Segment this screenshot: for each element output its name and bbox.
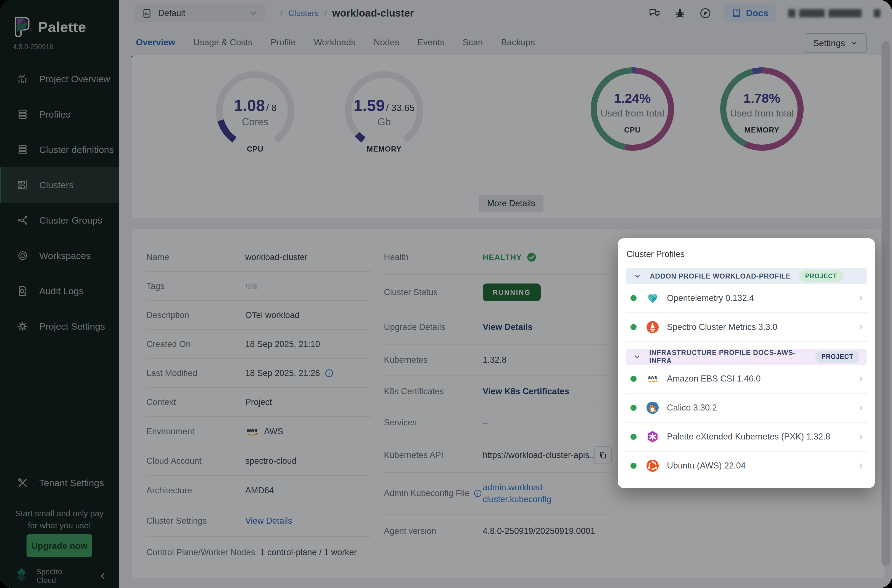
pack-name: Spectro Cluster Metrics 3.3.0: [667, 322, 857, 332]
profile-pack-row-pxk[interactable]: Palette eXtended Kubernetes (PXK) 1.32.8: [626, 423, 866, 452]
opentelemetry-icon: [646, 291, 659, 305]
pack-status-dot: [631, 324, 637, 330]
pack-status-dot: [631, 376, 637, 382]
chevron-right-icon: [857, 404, 866, 412]
addon-profile-name: ADDON PROFILE WORKLOAD-PROFILE: [650, 272, 791, 280]
profile-pack-row-spectro-cluster-metrics[interactable]: Spectro Cluster Metrics 3.3.0: [626, 313, 866, 342]
pack-name: Calico 3.30.2: [667, 403, 857, 413]
project-badge: PROJECT: [815, 351, 859, 363]
project-badge: PROJECT: [799, 270, 843, 282]
chevron-right-icon: [857, 294, 866, 302]
svg-text:aws: aws: [648, 375, 657, 380]
infrastructure-profile-header[interactable]: INFRASTRUCTURE PROFILE DOCS-AWS-INFRA PR…: [626, 349, 866, 364]
calico-icon: [646, 401, 659, 414]
chevron-down-icon: [633, 272, 641, 280]
pack-name: Amazon EBS CSI 1.46.0: [667, 374, 857, 384]
pack-status-dot: [631, 463, 637, 469]
pack-status-dot: [631, 434, 637, 440]
pack-status-dot: [631, 405, 637, 411]
addon-profile-header[interactable]: ADDON PROFILE WORKLOAD-PROFILE PROJECT: [626, 268, 866, 284]
pack-name: Opentelemetry 0.132.4: [667, 293, 857, 303]
chevron-down-icon: [633, 352, 641, 361]
chevron-right-icon: [857, 433, 866, 441]
cluster-profiles-title: Cluster Profiles: [626, 238, 866, 268]
aws-logo-icon: aws: [646, 372, 659, 386]
pack-name: Palette eXtended Kubernetes (PXK) 1.32.8: [667, 432, 857, 442]
pack-name: Ubuntu (AWS) 22.04: [667, 461, 857, 471]
chevron-right-icon: [857, 375, 866, 383]
ubuntu-icon: [646, 459, 659, 472]
profile-pack-row-amazon-ebs-csi[interactable]: aws Amazon EBS CSI 1.46.0: [626, 364, 866, 394]
pxk-icon: [646, 430, 659, 443]
cluster-profiles-panel: Cluster Profiles ADDON PROFILE WORKLOAD-…: [618, 238, 875, 488]
profile-pack-row-opentelemetry[interactable]: Opentelemetry 0.132.4: [626, 284, 866, 313]
chevron-right-icon: [857, 462, 866, 470]
palette-app-window: Default / Clusters / workload-cluster: [0, 0, 892, 588]
profile-pack-row-calico[interactable]: Calico 3.30.2: [626, 394, 866, 423]
infrastructure-profile-name: INFRASTRUCTURE PROFILE DOCS-AWS-INFRA: [649, 349, 807, 364]
profile-pack-row-ubuntu[interactable]: Ubuntu (AWS) 22.04: [626, 452, 866, 480]
chevron-right-icon: [857, 323, 866, 331]
pack-status-dot: [631, 295, 637, 301]
prometheus-icon: [646, 321, 659, 334]
